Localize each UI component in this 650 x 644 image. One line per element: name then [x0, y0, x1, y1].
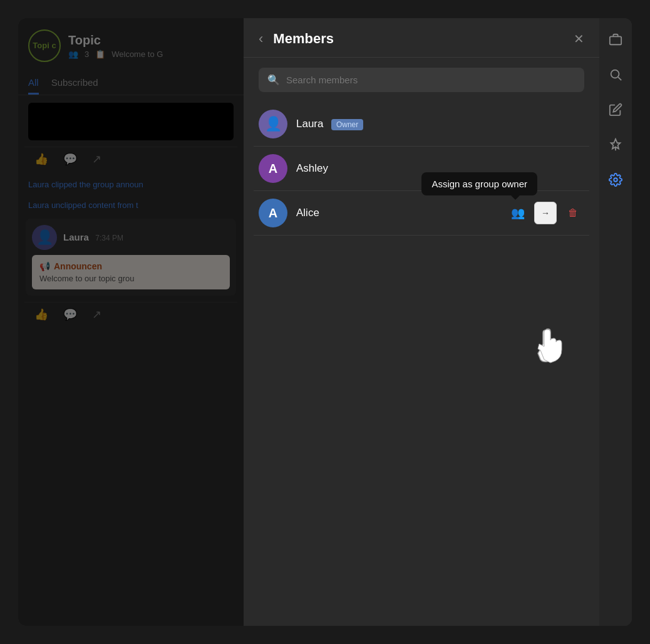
tabs: All Subscribed: [18, 72, 244, 95]
sidebar-search-icon[interactable]: [604, 63, 627, 86]
tab-all[interactable]: All: [28, 72, 39, 95]
search-input[interactable]: [286, 75, 575, 85]
members-list: 👤 Laura Owner A Ashley A: [244, 102, 599, 626]
assign-owner-button[interactable]: → Assign as group owner: [534, 202, 557, 224]
member-avatar-alice: A: [259, 199, 287, 227]
sidebar-pin-icon[interactable]: [604, 133, 627, 156]
sidebar-icons: [599, 18, 632, 626]
like-icon[interactable]: 👍: [34, 152, 48, 166]
member-item-ashley: A Ashley: [254, 147, 589, 191]
left-panel: Topi c Topic 👥 3 📋 Welcome to G All Subs…: [18, 18, 244, 626]
group-member-icon-button[interactable]: 👥: [507, 202, 529, 224]
left-header: Topi c Topic 👥 3 📋 Welcome to G: [18, 18, 244, 70]
topic-name: Topic: [68, 33, 163, 48]
activity-line-2: Laura unclipped content from t: [24, 198, 237, 212]
svg-point-2: [611, 70, 619, 78]
topic-avatar: Topi c: [28, 29, 61, 62]
member-name-alice: Alice: [296, 207, 319, 219]
member-name-ashley: Ashley: [296, 162, 328, 175]
announcement-title: 📢 Announcen: [39, 261, 222, 271]
topic-info: Topic 👥 3 📋 Welcome to G: [68, 33, 163, 59]
message-user-info: Laura 7:34 PM: [63, 232, 123, 243]
members-count-icon: 👥: [68, 49, 78, 59]
trash-icon: 🗑: [568, 207, 578, 219]
members-title: Members: [273, 31, 564, 47]
megaphone-icon: 📢: [39, 261, 50, 271]
topic-meta: 👥 3 📋 Welcome to G: [68, 49, 163, 59]
activity-line-1: Laura clipped the group announ: [24, 177, 237, 192]
member-item-alice: A Alice 👥 → Assign as group owner: [254, 191, 589, 236]
like-icon-2[interactable]: 👍: [34, 308, 48, 321]
member-avatar-laura: 👤: [259, 110, 287, 138]
members-panel: ‹ Members ✕ 🔍 👤 Laura Owner: [244, 18, 599, 626]
search-icon: 🔍: [267, 74, 280, 86]
announcement-body: Welcome to our topic grou: [39, 274, 222, 283]
post-area: 👍 💬 ↗ Laura clipped the group announ Lau…: [18, 95, 244, 626]
announcement-card: 📢 Announcen Welcome to our topic grou: [32, 255, 230, 289]
member-item-laura: 👤 Laura Owner: [254, 102, 589, 147]
search-bar[interactable]: 🔍: [259, 68, 584, 92]
sidebar-settings-icon[interactable]: [604, 169, 627, 191]
comment-icon[interactable]: 💬: [63, 152, 77, 166]
members-header: ‹ Members ✕: [244, 18, 599, 58]
owner-badge: Owner: [331, 119, 363, 130]
activity-user-1: Laura: [28, 180, 49, 189]
message-block: 👤 Laura 7:34 PM 📢 Announcen Welcome to o…: [26, 219, 236, 296]
sidebar-briefcase-icon[interactable]: [604, 28, 627, 51]
sidebar-edit-icon[interactable]: [604, 98, 627, 121]
post-actions-1: 👍 💬 ↗: [24, 147, 237, 171]
black-block: [28, 103, 234, 140]
member-avatar-ashley: A: [259, 154, 287, 183]
svg-point-5: [614, 178, 617, 182]
svg-rect-0: [610, 36, 621, 44]
svg-line-3: [618, 77, 621, 80]
share-icon[interactable]: ↗: [92, 152, 101, 166]
back-button[interactable]: ‹: [259, 31, 263, 47]
assign-icon: →: [541, 208, 550, 218]
message-header: 👤 Laura 7:34 PM: [32, 225, 230, 250]
tab-subscribed[interactable]: Subscribed: [51, 72, 98, 95]
comment-icon-2[interactable]: 💬: [63, 308, 77, 321]
share-icon-2[interactable]: ↗: [92, 308, 101, 321]
person-icon-laura: 👤: [265, 116, 282, 132]
close-button[interactable]: ✕: [574, 31, 584, 46]
activity-user-2: Laura: [28, 200, 49, 210]
delete-member-button[interactable]: 🗑: [562, 202, 584, 224]
note-icon: 📋: [95, 49, 105, 59]
member-actions-alice: 👥 → Assign as group owner 🗑: [507, 202, 584, 224]
post-actions-2: 👍 💬 ↗: [24, 302, 237, 326]
member-name-laura: Laura Owner: [296, 118, 363, 130]
message-avatar: 👤: [32, 225, 57, 250]
